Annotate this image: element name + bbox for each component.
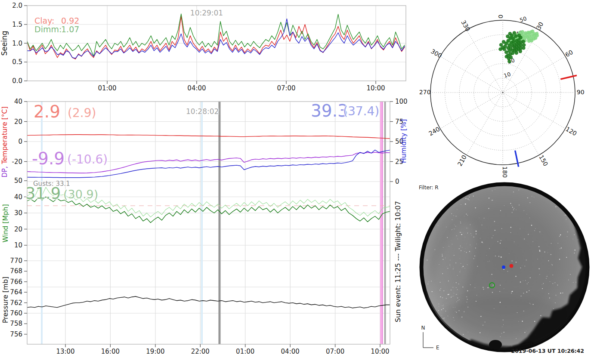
tick-label: 16:00 [101,348,120,355]
weather-timestamp: 10:28:02 [186,108,219,116]
grid-line [467,93,503,155]
wind-direction-point [514,51,518,55]
legend-dimm-value: 1.07 [61,25,79,34]
dewpoint-current-value: -9.9 [32,150,65,168]
tick-label: 2.0 [12,2,22,9]
seeing-timestamp: 10:29:01 [181,9,232,17]
tick-label: 20 [14,118,22,126]
wind-direction-point [513,31,517,35]
tick-label: 0 [18,138,22,145]
allsky-camera-image: Filter: R 2019-06-13 UT 10:26:42 N E [411,181,591,364]
dp-temperature-axis-label: DP, Temperature [°C] [1,107,9,178]
tick-label: 10 [14,241,22,249]
gust-direction-point [527,31,531,35]
temperature-average-value: (2.9) [68,107,96,119]
tick-label: 756 [10,330,22,338]
polar-angle-label: 210 [456,154,468,167]
wind-current-value: 31.9 [25,185,61,202]
tick-label: 1.5 [12,21,22,28]
observatory-weather-dashboard: 2.01.51.00.50.001:0004:0007:0010:00Seein… [0,0,591,364]
tick-label: 01:00 [236,348,254,355]
polar-grid: 0306090120150180210240270300330102030405… [419,15,585,178]
tick-label: 30 [14,209,22,217]
tick-label: 10:00 [366,84,385,92]
wind-average-value: (30.9) [63,188,98,201]
polar-angle-label: 30 [535,21,545,31]
grid-line [467,30,503,93]
polar-angle-label: 270 [419,89,431,96]
grid-line [440,56,503,93]
tick-label: 100 [395,98,408,105]
compass [423,332,433,348]
humidity-current-value: 39.3 [311,102,348,120]
tick-label: 13:00 [56,348,74,355]
sun-event-twilight-label: Sun event: 11:25 --- Twilight: 10:07 [394,201,402,322]
polar-radius-label: 10 [503,71,512,79]
tick-label: 19:00 [146,348,164,355]
wind-direction-point [502,40,506,44]
polar-angle-label: 150 [538,154,549,167]
filter-label: Filter: R [419,185,439,191]
tick-label: 20 [14,225,22,233]
wind-direction-point [522,46,526,50]
polar-angle-label: 300 [430,48,443,59]
polar-radius-label: 50 [519,15,528,23]
red-mark [560,75,577,79]
tick-label: 0 [395,178,399,185]
allsky-timestamp: 2019-06-13 UT 10:26:42 [511,348,584,354]
humidity-axis-label: Humidity [%] [400,119,408,163]
tick-label: 0.5 [12,58,22,66]
polar-angle-label: 180 [501,166,508,178]
pressure-axis-label: Pressure [mb] [2,277,9,323]
tick-label: 01:00 [98,84,116,92]
legend-dimm-label: Dimm: [34,25,61,34]
tick-label: 04:00 [187,84,206,92]
red-dot [510,264,514,268]
polar-angle-label: 0 [497,15,504,19]
grid-line [503,93,565,129]
wind-direction-polar-chart: 0306090120150180210240270300330102030405… [411,0,591,181]
tick-label: 40 [14,193,22,201]
tick-label: 10:00 [371,348,389,355]
legend-clay-label: Clay: [34,17,61,25]
legend-row-dimm: Dimm: 1.07 [34,25,79,34]
weather-series-pressure [27,296,390,308]
tick-label: 40 [14,98,22,105]
wind-direction-point [507,59,511,63]
legend-clay-value: 0.92 [61,17,79,25]
compass-north-label: N [421,325,425,331]
grid-line [503,93,539,155]
wind-direction-point [498,47,502,51]
tick-label: 0.0 [12,77,22,85]
legend-row-clay: Clay: 0.92 [34,17,79,25]
tick-label: 07:00 [326,348,344,355]
weather-chart: 40200-2050403020107707687667647627607587… [1,98,408,355]
temperature-current-value: 2.9 [34,103,60,121]
gust-direction-point [535,34,539,37]
polar-center-dot [502,92,504,93]
gust-direction-point [520,30,524,34]
wind-direction-point [499,43,503,47]
seeing-legend: Clay: 0.92 Dimm: 1.07 [34,17,79,34]
wind-direction-point [522,40,526,43]
compass-east-label: E [436,345,439,351]
wind-direction-point [514,34,518,38]
wind-direction-point [519,36,523,40]
dewpoint-average-value: (-10.6) [67,153,108,166]
tick-label: 50 [14,177,22,185]
wind-axis-label: Wind [Mph] [2,204,9,242]
wind-direction-scatter [498,30,576,167]
wind-direction-point [518,49,522,53]
polar-angle-label: 120 [564,125,578,137]
tick-label: 758 [10,320,22,327]
wind-direction-point [505,55,509,59]
tick-label: -20 [12,158,23,166]
tick-label: 04:00 [281,348,300,355]
polar-angle-label: 90 [577,89,585,96]
weather-series-temperature [27,135,390,139]
seeing-ylabel: Seeing [0,31,9,56]
tick-label: 1.0 [12,40,22,47]
blue-mark [515,151,519,167]
blue-dot [502,265,505,269]
weather-plot-border [27,102,390,344]
